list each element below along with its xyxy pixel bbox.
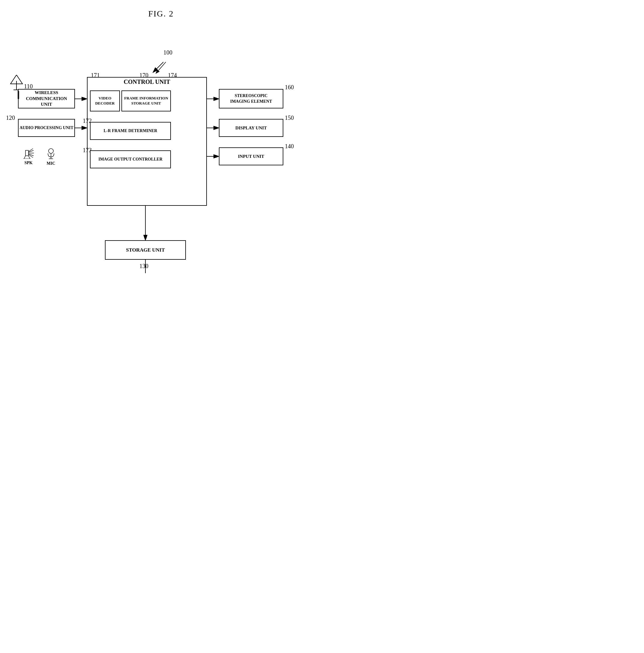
input-label: INPUT UNIT bbox=[238, 154, 264, 159]
diagram: 100 110 WIRELESSCOMMUNICATIONUNIT 120 AU… bbox=[0, 30, 322, 324]
spk-label: SPK bbox=[22, 161, 34, 165]
svg-point-25 bbox=[49, 149, 53, 153]
wireless-label: WIRELESSCOMMUNICATIONUNIT bbox=[26, 90, 67, 107]
label-170: 170 bbox=[139, 72, 148, 79]
label-160: 160 bbox=[285, 84, 294, 91]
display-unit-box: DISPLAY UNIT bbox=[219, 119, 283, 137]
label-174: 174 bbox=[168, 72, 177, 79]
image-output-label: IMAGE OUTPUT CONTROLLER bbox=[98, 157, 162, 162]
svg-line-31 bbox=[156, 62, 166, 73]
input-unit-box: INPUT UNIT bbox=[219, 147, 283, 165]
display-label: DISPLAY UNIT bbox=[235, 125, 267, 130]
mic-label: MIC bbox=[46, 161, 55, 166]
microphone-icon: MIC bbox=[46, 147, 55, 166]
svg-line-22 bbox=[24, 156, 25, 159]
storage-unit-box: STORAGE UNIT bbox=[105, 240, 186, 260]
svg-line-2 bbox=[153, 62, 163, 72]
stereo-label: STEREOSCOPICIMAGING ELEMENT bbox=[230, 93, 272, 104]
audio-processing-unit-box: AUDIO PROCESSING UNIT bbox=[18, 119, 75, 137]
video-decoder-label: VIDEODECODER bbox=[95, 96, 115, 106]
label-130: 130 bbox=[139, 263, 148, 270]
lr-frame-determiner-box: L-R FRAME DETERMINER bbox=[90, 122, 171, 140]
video-decoder-box: VIDEODECODER bbox=[90, 91, 120, 112]
label-120: 120 bbox=[6, 115, 15, 121]
control-unit-label: CONTROL UNIT bbox=[102, 78, 192, 86]
frame-info-storage-box: FRAME INFORMATIONSTORAGE UNIT bbox=[121, 91, 171, 112]
page-title: FIG. 2 bbox=[0, 0, 322, 22]
image-output-controller-box: IMAGE OUTPUT CONTROLLER bbox=[90, 150, 171, 168]
svg-rect-16 bbox=[25, 150, 28, 156]
label-100: 100 bbox=[163, 49, 172, 56]
label-150: 150 bbox=[285, 115, 294, 121]
frame-info-label: FRAME INFORMATIONSTORAGE UNIT bbox=[124, 96, 168, 106]
label-140: 140 bbox=[285, 143, 294, 150]
svg-line-17 bbox=[28, 149, 33, 151]
audio-label: AUDIO PROCESSING UNIT bbox=[20, 125, 73, 130]
stereoscopic-imaging-element-box: STEREOSCOPICIMAGING ELEMENT bbox=[219, 89, 283, 108]
storage-label: STORAGE UNIT bbox=[126, 247, 165, 253]
label-171: 171 bbox=[91, 72, 100, 79]
speaker-icon: SPK bbox=[22, 147, 34, 165]
wireless-communication-unit-box: WIRELESSCOMMUNICATIONUNIT bbox=[18, 89, 75, 108]
lr-frame-label: L-R FRAME DETERMINER bbox=[104, 128, 157, 133]
svg-line-23 bbox=[28, 156, 30, 159]
